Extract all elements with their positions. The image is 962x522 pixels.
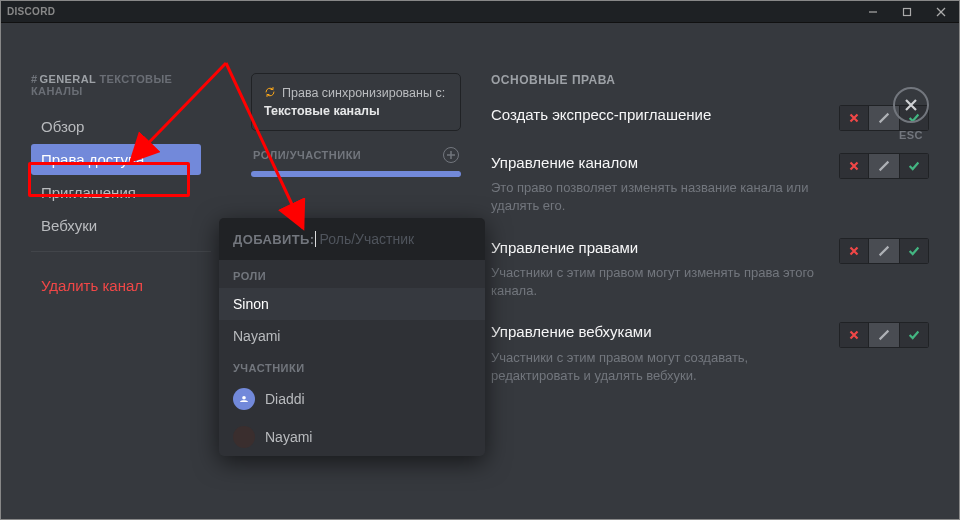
popup-header: ДОБАВИТЬ: [219, 218, 485, 260]
toggle-deny[interactable] [839, 322, 869, 348]
toggle-deny[interactable] [839, 105, 869, 131]
sidebar-item-webhooks[interactable]: Вебхуки [31, 210, 211, 241]
settings-sidebar: #GENERAL ТЕКСТОВЫЕ КАНАЛЫ Обзор Права до… [31, 73, 211, 519]
member-name: Diaddi [265, 391, 305, 407]
role-search-input[interactable] [320, 231, 460, 247]
tri-toggle [839, 322, 929, 348]
toggle-allow[interactable] [899, 238, 929, 264]
avatar-icon [233, 388, 255, 410]
channel-name: GENERAL [40, 73, 96, 85]
permissions-panel: ОСНОВНЫЕ ПРАВА Создать экспресс-приглаше… [461, 73, 929, 519]
sync-box: Права синхронизированы с: Текстовые кана… [251, 73, 461, 131]
popup-role-item[interactable]: Nayami [219, 320, 485, 352]
sidebar-item-overview[interactable]: Обзор [31, 111, 211, 142]
role-name: Nayami [233, 328, 280, 344]
sidebar-item-permissions[interactable]: Права доступа [31, 144, 201, 175]
permission-row: Создать экспресс-приглашение [491, 105, 929, 131]
toggle-deny[interactable] [839, 153, 869, 179]
sync-text: Права синхронизированы с: [282, 86, 445, 100]
toggle-neutral[interactable] [869, 238, 899, 264]
minimize-button[interactable] [861, 3, 885, 21]
popup-add-label: ДОБАВИТЬ: [233, 232, 315, 247]
permission-desc: Это право позволяет изменять название ка… [491, 179, 823, 215]
permission-row: Управление правами Участники с этим прав… [491, 238, 929, 301]
sync-icon [264, 84, 276, 102]
popup-role-item[interactable]: Sinon [219, 288, 485, 320]
popup-member-item[interactable]: Nayami [219, 418, 485, 456]
app-name: DISCORD [7, 6, 55, 17]
tri-toggle [839, 238, 929, 264]
sidebar-header: #GENERAL ТЕКСТОВЫЕ КАНАЛЫ [31, 73, 211, 97]
roles-header-row: РОЛИ/УЧАСТНИКИ [251, 147, 461, 163]
maximize-button[interactable] [895, 3, 919, 21]
sidebar-item-invites[interactable]: Приглашения [31, 177, 211, 208]
app-window: DISCORD #GENERAL ТЕКСТОВЫЕ КАНАЛЫ Обзор … [0, 0, 960, 520]
permission-row: Управление вебхуками Участники с этим пр… [491, 322, 929, 385]
close-button[interactable] [893, 87, 929, 123]
permission-name: Управление вебхуками [491, 322, 823, 342]
popup-section-roles: РОЛИ [219, 260, 485, 288]
permission-desc: Участники с этим правом могут создавать,… [491, 349, 823, 385]
titlebar: DISCORD [1, 1, 959, 23]
permissions-section-title: ОСНОВНЫЕ ПРАВА [491, 73, 929, 87]
toggle-deny[interactable] [839, 238, 869, 264]
close-settings: ESC [893, 87, 929, 141]
roles-header-label: РОЛИ/УЧАСТНИКИ [253, 149, 361, 161]
permission-name: Управление каналом [491, 153, 823, 173]
add-role-button[interactable] [443, 147, 459, 163]
toggle-allow[interactable] [899, 153, 929, 179]
close-window-button[interactable] [929, 3, 953, 21]
avatar-icon [233, 426, 255, 448]
member-name: Nayami [265, 429, 312, 445]
permission-row: Управление каналом Это право позволяет и… [491, 153, 929, 216]
popup-section-members: УЧАСТНИКИ [219, 352, 485, 380]
hash-icon: # [31, 73, 38, 85]
toggle-neutral[interactable] [869, 153, 899, 179]
sidebar-item-delete-channel[interactable]: Удалить канал [31, 270, 211, 301]
popup-member-item[interactable]: Diaddi [219, 380, 485, 418]
toggle-neutral[interactable] [869, 322, 899, 348]
window-controls [861, 3, 953, 21]
app-body: #GENERAL ТЕКСТОВЫЕ КАНАЛЫ Обзор Права до… [1, 23, 959, 519]
permission-name: Создать экспресс-приглашение [491, 105, 823, 125]
tri-toggle [839, 153, 929, 179]
role-name: Sinon [233, 296, 269, 312]
toggle-allow[interactable] [899, 322, 929, 348]
esc-label: ESC [893, 129, 929, 141]
role-chip-selected[interactable] [251, 171, 461, 177]
permission-name: Управление правами [491, 238, 823, 258]
sync-target: Текстовые каналы [264, 104, 380, 118]
add-role-popup: ДОБАВИТЬ: РОЛИ Sinon Nayami УЧАСТНИКИ Di… [219, 218, 485, 456]
sidebar-divider [31, 251, 211, 252]
permission-desc: Участники с этим правом могут изменять п… [491, 264, 823, 300]
svg-rect-1 [904, 8, 911, 15]
